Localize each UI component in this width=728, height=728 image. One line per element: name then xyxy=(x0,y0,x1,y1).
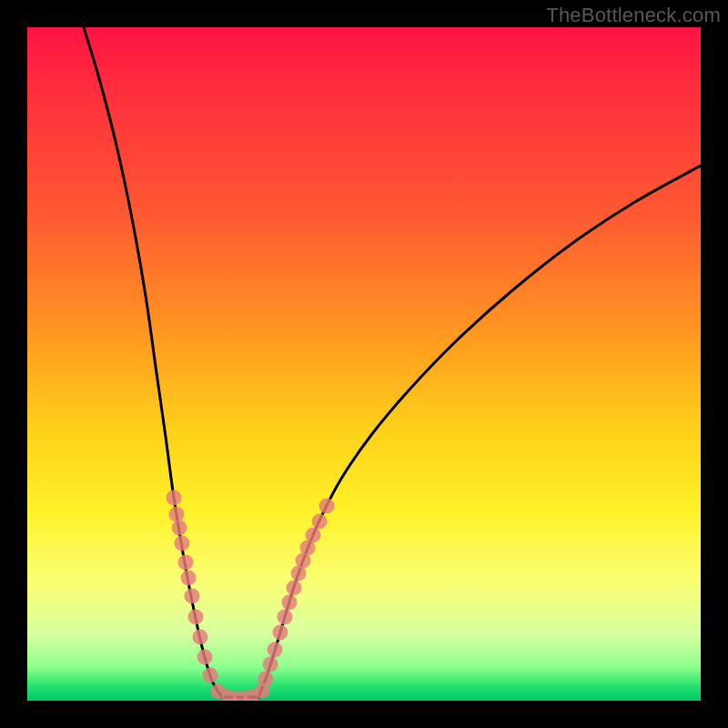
chart-frame: TheBottleneck.com xyxy=(0,0,728,728)
dot-dots-right xyxy=(263,657,278,672)
plot-area xyxy=(27,27,701,701)
dot-dots-left xyxy=(197,650,213,665)
dot-dots-left xyxy=(169,507,185,522)
dot-dots-left xyxy=(175,536,190,551)
dot-dots-right xyxy=(306,528,321,543)
dot-dots-left xyxy=(193,630,208,645)
chart-overlay xyxy=(27,27,701,701)
dot-dots-left xyxy=(203,668,218,683)
dot-dots-left xyxy=(172,521,187,536)
dot-dots-left xyxy=(167,490,182,506)
dot-dots-right xyxy=(287,581,302,596)
dot-dots-right xyxy=(258,672,274,687)
dot-dots-right xyxy=(319,499,335,514)
dot-dots-right xyxy=(273,625,288,641)
curve-left-curve xyxy=(84,27,222,697)
dot-dots-left xyxy=(178,555,194,571)
dot-dots-left xyxy=(185,589,200,604)
dot-dots-right xyxy=(268,642,283,658)
dot-dots-right xyxy=(278,610,293,625)
dot-dots-right xyxy=(312,514,328,530)
dot-dots-right xyxy=(282,595,298,611)
watermark-text: TheBottleneck.com xyxy=(546,4,721,27)
curve-right-curve xyxy=(258,166,701,697)
dot-dots-left xyxy=(181,571,197,586)
dot-dots-left xyxy=(188,610,204,625)
